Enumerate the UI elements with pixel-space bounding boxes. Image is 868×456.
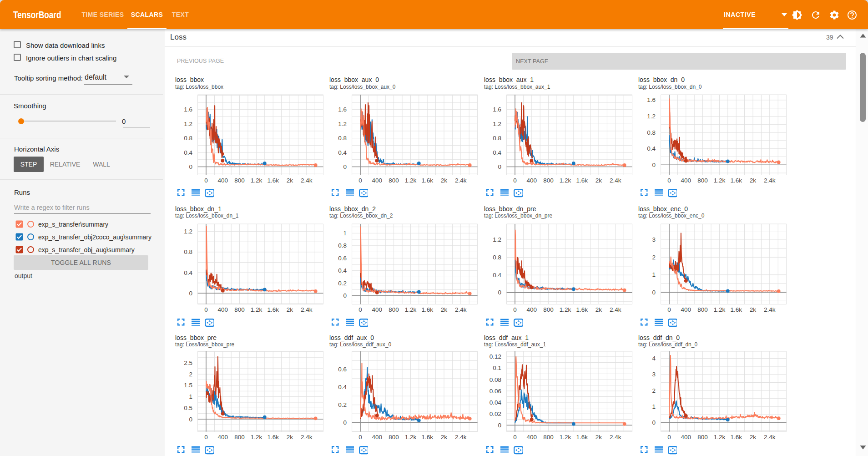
svg-text:2.4k: 2.4k: [610, 434, 621, 441]
svg-text:2.4k: 2.4k: [301, 434, 313, 441]
svg-text:400: 400: [372, 434, 383, 441]
svg-text:1.2k: 1.2k: [560, 306, 571, 313]
svg-text:400: 400: [681, 177, 691, 184]
svg-text:2k: 2k: [287, 434, 293, 441]
svg-text:1: 1: [189, 393, 192, 400]
svg-text:0.4: 0.4: [338, 384, 347, 391]
svg-text:0.4: 0.4: [338, 149, 347, 156]
svg-text:1.6k: 1.6k: [576, 306, 588, 313]
svg-text:0.8: 0.8: [338, 242, 347, 249]
svg-text:0: 0: [498, 289, 501, 296]
svg-text:4: 4: [652, 355, 656, 362]
svg-text:0.4: 0.4: [647, 145, 656, 152]
svg-text:1.6k: 1.6k: [421, 434, 433, 441]
svg-text:1.6k: 1.6k: [730, 177, 742, 184]
svg-text:400: 400: [527, 306, 537, 313]
svg-text:2k: 2k: [750, 177, 757, 184]
svg-text:0: 0: [343, 163, 347, 170]
svg-text:0.02: 0.02: [490, 410, 501, 417]
svg-text:0.4: 0.4: [338, 267, 347, 274]
svg-text:0: 0: [358, 177, 362, 184]
svg-text:0: 0: [652, 420, 656, 426]
svg-text:1.2: 1.2: [493, 236, 501, 243]
svg-text:2k: 2k: [750, 434, 757, 441]
svg-text:0.06: 0.06: [490, 388, 501, 395]
svg-text:1.2k: 1.2k: [405, 177, 417, 184]
svg-text:2k: 2k: [595, 434, 602, 441]
svg-text:0.8: 0.8: [184, 135, 192, 142]
svg-text:1.2: 1.2: [184, 228, 192, 235]
svg-text:800: 800: [389, 306, 399, 313]
svg-text:1.6k: 1.6k: [730, 434, 742, 441]
svg-text:0.1: 0.1: [493, 365, 501, 372]
svg-text:0: 0: [513, 177, 517, 184]
svg-text:1.2k: 1.2k: [560, 177, 571, 184]
svg-text:0.2: 0.2: [338, 280, 347, 287]
svg-text:400: 400: [681, 306, 691, 313]
svg-text:0.8: 0.8: [338, 135, 347, 142]
svg-text:0.4: 0.4: [184, 269, 192, 276]
svg-text:2.4k: 2.4k: [301, 177, 313, 184]
svg-text:0: 0: [667, 434, 671, 441]
svg-text:1.6k: 1.6k: [730, 306, 742, 313]
svg-text:0: 0: [652, 289, 656, 296]
svg-text:1.6: 1.6: [647, 96, 656, 103]
svg-text:1.2k: 1.2k: [405, 306, 417, 313]
svg-text:0: 0: [204, 434, 208, 441]
svg-text:400: 400: [372, 306, 383, 313]
svg-text:0.8: 0.8: [493, 135, 501, 142]
svg-text:0: 0: [189, 290, 192, 297]
svg-text:400: 400: [681, 434, 691, 441]
svg-text:1.2: 1.2: [493, 120, 501, 127]
svg-text:1.6k: 1.6k: [576, 177, 588, 184]
svg-text:2.4k: 2.4k: [764, 177, 776, 184]
svg-text:0: 0: [204, 177, 208, 184]
svg-text:0.12: 0.12: [490, 354, 501, 360]
svg-text:800: 800: [234, 434, 245, 441]
svg-text:3: 3: [652, 236, 656, 243]
svg-text:2: 2: [189, 371, 192, 378]
svg-text:400: 400: [527, 177, 537, 184]
svg-text:0.4: 0.4: [493, 272, 501, 279]
svg-text:2.4k: 2.4k: [610, 306, 621, 313]
svg-text:1.6: 1.6: [184, 106, 192, 113]
svg-text:2.4k: 2.4k: [764, 306, 776, 313]
svg-text:0: 0: [667, 177, 671, 184]
svg-text:2: 2: [652, 387, 656, 394]
svg-text:0: 0: [498, 163, 501, 170]
svg-text:1: 1: [652, 271, 656, 278]
svg-text:1.6k: 1.6k: [576, 434, 588, 441]
svg-text:800: 800: [543, 434, 554, 441]
svg-text:0: 0: [358, 306, 362, 313]
svg-text:400: 400: [218, 177, 228, 184]
svg-text:1.2: 1.2: [184, 120, 192, 127]
svg-text:2.4k: 2.4k: [455, 177, 467, 184]
svg-text:2.5: 2.5: [184, 360, 192, 366]
svg-text:400: 400: [372, 177, 383, 184]
svg-text:800: 800: [389, 434, 399, 441]
svg-text:1.2k: 1.2k: [405, 434, 417, 441]
svg-text:2k: 2k: [441, 306, 448, 313]
svg-text:0.5: 0.5: [184, 405, 192, 411]
svg-text:1.2: 1.2: [338, 120, 347, 127]
svg-text:2.4k: 2.4k: [301, 306, 313, 313]
svg-text:800: 800: [697, 434, 708, 441]
svg-text:800: 800: [389, 177, 399, 184]
svg-text:1.6: 1.6: [493, 106, 501, 113]
svg-text:2k: 2k: [287, 177, 293, 184]
svg-text:1.2k: 1.2k: [251, 306, 262, 313]
svg-text:0: 0: [652, 161, 656, 168]
svg-text:1.2k: 1.2k: [714, 177, 726, 184]
svg-text:1.6k: 1.6k: [267, 177, 279, 184]
svg-text:1.2: 1.2: [647, 113, 656, 120]
svg-text:1.2k: 1.2k: [714, 306, 726, 313]
svg-text:3: 3: [652, 371, 656, 378]
svg-text:800: 800: [543, 177, 554, 184]
svg-text:0.04: 0.04: [490, 399, 502, 406]
svg-text:0.8: 0.8: [493, 254, 501, 261]
svg-text:1: 1: [652, 403, 656, 410]
svg-text:0: 0: [498, 422, 501, 429]
svg-text:2.4k: 2.4k: [764, 434, 776, 441]
svg-text:0.6: 0.6: [338, 366, 347, 373]
svg-text:400: 400: [218, 434, 228, 441]
